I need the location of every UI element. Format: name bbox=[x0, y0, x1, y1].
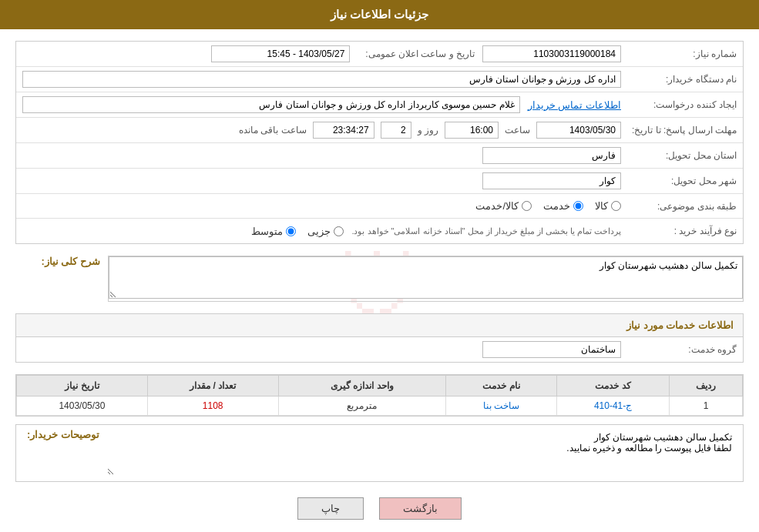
shahr-input[interactable] bbox=[482, 172, 621, 189]
print-button[interactable]: چاپ bbox=[297, 497, 364, 520]
time-row: ساعت روز و ساعت باقی مانده bbox=[22, 122, 621, 139]
tabaghe-radio-group: کالا خدمت کالا/خدمت bbox=[22, 200, 621, 212]
sharh-box: تکمیل سالن دهشیب شهرستان کوار bbox=[108, 256, 744, 302]
toseeat-section: تکمیل سالن دهشیب شهرستان کوار لطفا فایل … bbox=[15, 424, 744, 482]
elan-label: تاریخ و ساعت اعلان عمومی: bbox=[358, 49, 475, 59]
back-button[interactable]: بازگشت bbox=[379, 497, 462, 520]
sharh-label: شرح کلی نیاز: bbox=[41, 256, 100, 267]
col-radif: ردیف bbox=[670, 376, 743, 396]
tabaghe-kala-label: کالا bbox=[595, 200, 608, 212]
table-head: ردیف کد خدمت نام خدمت واحد اندازه گیری ت… bbox=[17, 376, 743, 396]
grohe-label: گروه خدمت: bbox=[621, 344, 737, 355]
noefar-jozi-item: جزیی bbox=[307, 226, 344, 237]
ijadkonande-input[interactable] bbox=[22, 96, 520, 113]
tabaghe-khedmat-item: خدمت bbox=[543, 200, 583, 212]
ijadkonande-label: ایجاد کننده درخواست: bbox=[621, 99, 737, 110]
namdastgah-label: نام دستگاه خریدار: bbox=[621, 74, 737, 85]
noefar-notice: پرداخت تمام یا بخشی از مبلغ خریدار از مح… bbox=[351, 226, 621, 236]
noefar-motavaset-item: متوسط bbox=[251, 226, 296, 237]
tabaghe-khedmat-radio[interactable] bbox=[573, 201, 583, 211]
mande-input[interactable] bbox=[313, 122, 374, 139]
noefar-jozi-label: جزیی bbox=[307, 226, 331, 237]
services-table-section: ردیف کد خدمت نام خدمت واحد اندازه گیری ت… bbox=[15, 374, 744, 417]
toseeat-label: توصیحات خریدار: bbox=[27, 429, 99, 440]
tabaghe-kalakhedmat-radio[interactable] bbox=[522, 201, 532, 211]
mande-label: ساعت باقی مانده bbox=[239, 125, 307, 136]
toseeat-textarea[interactable]: تکمیل سالن دهشیب شهرستان کوار لطفا فایل … bbox=[107, 429, 737, 475]
namdastgah-value bbox=[22, 71, 621, 88]
services-table: ردیف کد خدمت نام خدمت واحد اندازه گیری ت… bbox=[16, 375, 743, 416]
col-name: نام خدمت bbox=[445, 376, 556, 396]
page-wrapper: جزئیات اطلاعات نیاز 🛡 شماره نیاز: تاریخ … bbox=[0, 0, 759, 532]
ijadkonande-split: اطلاعات تماس خریدار bbox=[22, 96, 621, 113]
cell-name: ساخت بنا bbox=[445, 396, 556, 416]
cell-kod: ج-41-410 bbox=[556, 396, 669, 416]
cell-tarikh: 1403/05/30 bbox=[17, 396, 148, 416]
shahr-value bbox=[22, 172, 621, 189]
col-tarikh: تاریخ نیاز bbox=[17, 376, 148, 396]
cell-radif: 1 bbox=[670, 396, 743, 416]
row-ijadkonande: ایجاد کننده درخواست: اطلاعات تماس خریدار bbox=[16, 92, 743, 118]
content-area: 🛡 شماره نیاز: تاریخ و ساعت اعلان عمومی: … bbox=[0, 29, 759, 532]
shomare-elan-split: تاریخ و ساعت اعلان عمومی: bbox=[22, 45, 621, 62]
noefar-value: پرداخت تمام یا بخشی از مبلغ خریدار از مح… bbox=[22, 226, 621, 237]
namdastgah-input[interactable] bbox=[22, 71, 621, 88]
ijadkonande-value: اطلاعات تماس خریدار bbox=[22, 96, 621, 113]
row-tabaghe: طبقه بندی موضوعی: کالا خدمت bbox=[16, 194, 743, 219]
sharh-section: تکمیل سالن دهشیب شهرستان کوار شرح کلی نی… bbox=[15, 256, 744, 302]
sharh-textarea[interactable]: تکمیل سالن دهشیب شهرستان کوار bbox=[109, 256, 743, 299]
table-header-row: ردیف کد خدمت نام خدمت واحد اندازه گیری ت… bbox=[17, 376, 743, 396]
shomare-input[interactable] bbox=[482, 45, 621, 62]
noefar-motavaset-label: متوسط bbox=[251, 226, 283, 237]
noefar-label: نوع فرآیند خرید : bbox=[621, 226, 737, 236]
tarikh-date-input[interactable] bbox=[536, 122, 621, 139]
noefar-motavaset-radio[interactable] bbox=[286, 226, 296, 236]
grohe-value bbox=[22, 341, 621, 358]
main-info-section: شماره نیاز: تاریخ و ساعت اعلان عمومی: نا… bbox=[15, 41, 744, 244]
ostan-value bbox=[22, 147, 621, 164]
elan-input[interactable] bbox=[211, 45, 350, 62]
noefar-jozi-radio[interactable] bbox=[334, 226, 344, 236]
shomare-value-cell: تاریخ و ساعت اعلان عمومی: bbox=[22, 45, 621, 62]
tabaghe-khedmat-label: خدمت bbox=[543, 200, 570, 212]
saat-input[interactable] bbox=[445, 122, 499, 139]
button-row: بازگشت چاپ bbox=[15, 497, 744, 532]
tarikh-value: ساعت روز و ساعت باقی مانده bbox=[22, 122, 621, 139]
tabaghe-kalakhedmat-item: کالا/خدمت bbox=[475, 200, 532, 212]
rooz-input[interactable] bbox=[381, 122, 411, 139]
khadamat-section: گروه خدمت: bbox=[15, 336, 744, 363]
row-noefar: نوع فرآیند خرید : پرداخت تمام یا بخشی از… bbox=[16, 219, 743, 243]
khadamat-title: اطلاعات خدمات مورد نیاز bbox=[15, 313, 744, 336]
table-row: 1 ج-41-410 ساخت بنا مترمربع 1108 1403/05… bbox=[17, 396, 743, 416]
sharh-label-cell: شرح کلی نیاز: bbox=[15, 256, 100, 267]
row-grohe: گروه خدمت: bbox=[16, 337, 743, 362]
ostan-label: استان محل تحویل: bbox=[621, 150, 737, 161]
tabaghe-value: کالا خدمت کالا/خدمت bbox=[22, 200, 621, 212]
tabaghe-label: طبقه بندی موضوعی: bbox=[621, 201, 737, 212]
cell-tedad: 1108 bbox=[147, 396, 278, 416]
grohe-input[interactable] bbox=[482, 341, 621, 358]
col-vahid: واحد اندازه گیری bbox=[278, 376, 445, 396]
page-title: جزئیات اطلاعات نیاز bbox=[331, 8, 428, 21]
page-header: جزئیات اطلاعات نیاز bbox=[0, 0, 759, 29]
table-body: 1 ج-41-410 ساخت بنا مترمربع 1108 1403/05… bbox=[17, 396, 743, 416]
tabaghe-kala-item: کالا bbox=[595, 200, 621, 212]
ostan-input[interactable] bbox=[482, 147, 621, 164]
noefar-split: پرداخت تمام یا بخشی از مبلغ خریدار از مح… bbox=[22, 226, 621, 237]
row-tarikh: مهلت ارسال پاسخ: تا تاریخ: ساعت روز و سا… bbox=[16, 118, 743, 143]
row-shomare-elan: شماره نیاز: تاریخ و ساعت اعلان عمومی: bbox=[16, 42, 743, 67]
row-shahr: شهر محل تحویل: bbox=[16, 169, 743, 194]
contact-info-link[interactable]: اطلاعات تماس خریدار bbox=[528, 99, 621, 111]
row-ostan: استان محل تحویل: bbox=[16, 143, 743, 169]
noefar-radio-group: جزیی متوسط bbox=[251, 226, 344, 237]
cell-vahid: مترمربع bbox=[278, 396, 445, 416]
toseeat-text-area: تکمیل سالن دهشیب شهرستان کوار لطفا فایل … bbox=[107, 429, 737, 477]
tabaghe-kalakhedmat-label: کالا/خدمت bbox=[475, 200, 519, 212]
shahr-label: شهر محل تحویل: bbox=[621, 176, 737, 186]
rooz-label: روز و bbox=[418, 125, 438, 136]
col-kod: کد خدمت bbox=[556, 376, 669, 396]
tabaghe-kala-radio[interactable] bbox=[611, 201, 621, 211]
col-tedad: تعداد / مقدار bbox=[147, 376, 278, 396]
saat-label: ساعت bbox=[505, 125, 530, 136]
row-namdastgah: نام دستگاه خریدار: bbox=[16, 67, 743, 92]
